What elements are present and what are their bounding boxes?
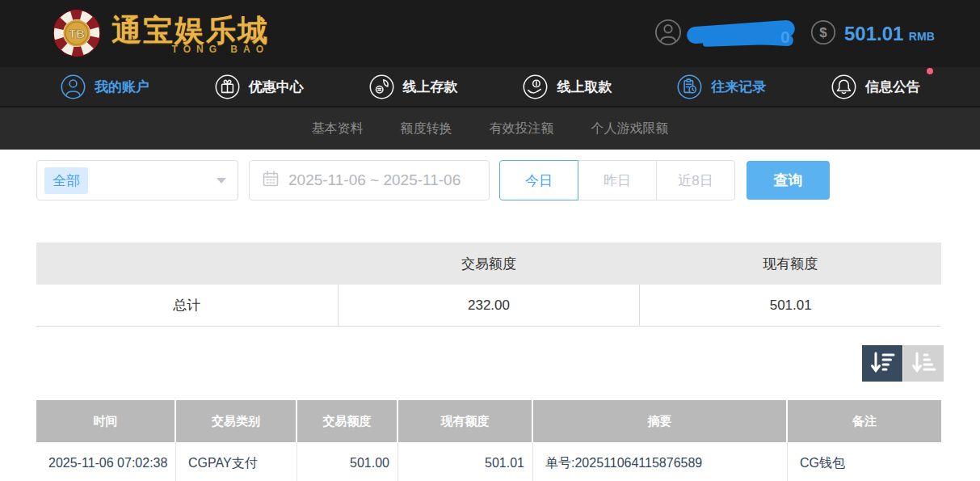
yesterday-button[interactable]: 昨日 bbox=[578, 160, 657, 200]
logged-in-user[interactable]: 0 bbox=[654, 0, 808, 67]
nav-label: 优惠中心 bbox=[249, 78, 304, 96]
record-summary: 单号:202511064115876589 bbox=[533, 442, 788, 481]
account-subnav: 基本资料 额度转换 有效投注额 个人游戏限额 bbox=[0, 108, 980, 150]
username-redaction: 0 bbox=[687, 18, 808, 50]
records-header-row: 时间 交易类别 交易额度 现有额度 摘要 备注 bbox=[36, 400, 941, 442]
nav-item-announcements[interactable]: 信息公告 bbox=[831, 74, 920, 100]
transaction-type-select[interactable]: 全部 bbox=[36, 160, 238, 200]
nav-label: 我的账户 bbox=[95, 78, 149, 96]
username-visible-tail: 0 bbox=[780, 27, 790, 47]
summary-total-current-balance: 501.01 bbox=[639, 285, 941, 327]
main-content: 全部 2025-11-06 ~ 2025-11-06 今日 昨日 近8日 查询 bbox=[0, 150, 980, 481]
nav-item-transaction-records[interactable]: 往来记录 bbox=[676, 74, 766, 100]
selected-type-tag: 全部 bbox=[44, 167, 88, 194]
column-header-remark: 备注 bbox=[788, 400, 941, 442]
summary-table: 交易额度 现有额度 总计 232.00 501.01 bbox=[36, 243, 941, 327]
svg-text:$: $ bbox=[819, 25, 827, 40]
record-time: 2025-11-06 07:02:38 bbox=[36, 442, 176, 481]
records-clipboard-icon bbox=[676, 74, 703, 100]
column-header-type: 交易类别 bbox=[176, 400, 297, 442]
balance-currency: RMB bbox=[909, 30, 935, 43]
today-button[interactable]: 今日 bbox=[499, 160, 578, 200]
user-avatar-icon bbox=[654, 19, 682, 49]
search-button[interactable]: 查询 bbox=[747, 161, 830, 200]
sort-descending-button[interactable] bbox=[862, 345, 902, 382]
summary-header-current-balance: 现有额度 bbox=[640, 243, 941, 285]
nav-label: 线上存款 bbox=[403, 78, 458, 96]
withdraw-hand-coin-icon bbox=[522, 74, 549, 100]
record-type: CGPAY支付 bbox=[176, 442, 297, 481]
record-trade-amount: 501.00 bbox=[297, 442, 398, 481]
gift-icon bbox=[214, 74, 241, 100]
date-range-value: 2025-11-06 ~ 2025-11-06 bbox=[288, 171, 461, 189]
site-logo[interactable]: TB 通宝娱乐城 TONG BAO bbox=[52, 8, 269, 61]
svg-text:TB: TB bbox=[69, 27, 85, 40]
filter-row: 全部 2025-11-06 ~ 2025-11-06 今日 昨日 近8日 查询 bbox=[36, 160, 944, 200]
sort-descending-icon bbox=[869, 350, 896, 377]
wallet-balance[interactable]: $ 501.01 RMB bbox=[810, 0, 935, 67]
quick-date-button-group: 今日 昨日 近8日 bbox=[499, 160, 735, 200]
deposit-hand-coin-icon bbox=[368, 74, 395, 100]
balance-amount: 501.01 bbox=[844, 23, 903, 44]
nav-label: 往来记录 bbox=[711, 78, 766, 96]
column-header-trade-amount: 交易额度 bbox=[297, 400, 398, 442]
site-title: 通宝娱乐城 bbox=[111, 15, 269, 48]
column-header-summary: 摘要 bbox=[533, 400, 788, 442]
records-table: 时间 交易类别 交易额度 现有额度 摘要 备注 2025-11-06 07:02… bbox=[36, 400, 941, 481]
top-header: TB 通宝娱乐城 TONG BAO 0 $ 501. bbox=[0, 0, 980, 67]
record-remark: CG钱包 bbox=[788, 442, 941, 481]
sort-controls bbox=[36, 345, 944, 382]
nav-item-promotions[interactable]: 优惠中心 bbox=[214, 74, 304, 100]
main-nav: 我的账户 优惠中心 线上存款 bbox=[0, 67, 980, 108]
poker-chip-logo-icon: TB bbox=[52, 8, 102, 61]
summary-total-row: 总计 232.00 501.01 bbox=[36, 285, 941, 327]
subnav-item-basic-info[interactable]: 基本资料 bbox=[312, 120, 364, 137]
sort-ascending-icon bbox=[910, 350, 937, 377]
nav-item-withdraw[interactable]: 线上取款 bbox=[522, 74, 612, 100]
summary-header-row: 交易额度 现有额度 bbox=[36, 243, 941, 285]
table-row: 2025-11-06 07:02:38 CGPAY支付 501.00 501.0… bbox=[36, 442, 941, 481]
nav-label: 线上取款 bbox=[557, 78, 612, 96]
site-title-en: TONG BAO bbox=[172, 44, 269, 55]
column-header-time: 时间 bbox=[36, 400, 176, 442]
subnav-item-credit-transfer[interactable]: 额度转换 bbox=[401, 120, 452, 137]
subnav-item-valid-bets[interactable]: 有效投注额 bbox=[490, 120, 554, 137]
chevron-down-icon bbox=[217, 178, 226, 184]
dollar-coin-icon: $ bbox=[810, 19, 836, 49]
bell-icon bbox=[831, 74, 857, 100]
record-current-balance: 501.01 bbox=[398, 442, 533, 481]
column-header-current-balance: 现有额度 bbox=[398, 400, 533, 442]
user-icon bbox=[60, 74, 86, 100]
summary-header-trade-amount: 交易额度 bbox=[338, 243, 639, 285]
notification-badge-dot bbox=[927, 68, 933, 74]
nav-item-deposit[interactable]: 线上存款 bbox=[368, 74, 458, 100]
summary-total-trade-amount: 232.00 bbox=[338, 285, 640, 327]
nav-label: 信息公告 bbox=[865, 78, 920, 96]
calendar-icon bbox=[262, 170, 280, 191]
date-range-input[interactable]: 2025-11-06 ~ 2025-11-06 bbox=[249, 160, 490, 200]
summary-total-label: 总计 bbox=[36, 285, 338, 327]
nav-item-my-account[interactable]: 我的账户 bbox=[60, 74, 149, 100]
subnav-item-personal-game-limit[interactable]: 个人游戏限额 bbox=[591, 120, 669, 137]
last-8-days-button[interactable]: 近8日 bbox=[656, 160, 735, 200]
summary-header-empty bbox=[36, 243, 338, 285]
sort-ascending-button[interactable] bbox=[903, 345, 944, 382]
